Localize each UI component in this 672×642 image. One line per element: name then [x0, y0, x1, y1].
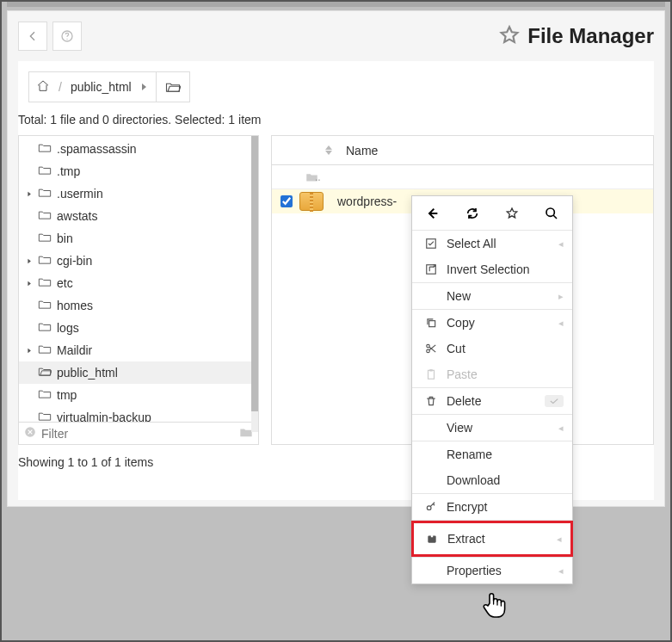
tree-item[interactable]: logs	[19, 317, 258, 339]
row-checkbox[interactable]	[281, 195, 293, 207]
folder-icon	[38, 343, 52, 357]
ctx-extract[interactable]: Extract ◂	[411, 521, 573, 557]
tree-scrollbar[interactable]	[251, 136, 258, 432]
open-folder-button[interactable]	[156, 71, 190, 102]
submenu-arrow-icon: ◂	[558, 423, 564, 434]
tree-item[interactable]: .spamassassin	[19, 138, 258, 160]
submenu-arrow-icon: ◂	[558, 565, 564, 577]
clear-filter-icon[interactable]	[24, 426, 36, 441]
expand-caret-icon[interactable]	[26, 348, 33, 354]
tree-item-label: awstats	[57, 209, 97, 223]
svg-rect-6	[429, 321, 435, 327]
copy-icon	[424, 317, 438, 329]
context-menu: Select All ◂ Invert Selection New ▸ Copy…	[411, 195, 573, 584]
folder-open-icon	[38, 366, 52, 380]
folder-icon	[38, 388, 52, 402]
ctx-paste: Paste	[412, 361, 572, 387]
favorite-star-icon[interactable]	[498, 24, 521, 49]
check-square-icon	[424, 238, 438, 250]
sort-toggle[interactable]	[320, 145, 337, 155]
folder-icon	[38, 187, 52, 201]
tree-item-label: logs	[57, 321, 79, 335]
home-icon[interactable]	[36, 79, 50, 96]
clipboard-icon	[424, 368, 438, 380]
tree-item[interactable]: public_html	[19, 361, 258, 384]
ctx-select-all[interactable]: Select All ◂	[412, 231, 572, 256]
archive-icon	[299, 192, 324, 211]
submenu-arrow-icon: ◂	[558, 238, 564, 250]
trash-icon	[424, 395, 438, 407]
ctx-view[interactable]: View ◂	[412, 415, 572, 441]
svg-rect-9	[428, 370, 435, 379]
tree-item-label: .tmp	[57, 164, 80, 178]
chevron-right-icon	[140, 80, 149, 94]
parent-folder-row[interactable]: ..	[272, 165, 653, 189]
folder-icon	[38, 276, 52, 290]
tree-item-label: virtualmin-backup	[57, 411, 151, 422]
tree-item[interactable]: homes	[19, 294, 258, 317]
ctx-properties[interactable]: Properties ◂	[412, 558, 572, 583]
invert-icon	[424, 263, 438, 275]
folder-icon	[38, 299, 52, 312]
key-icon	[424, 501, 438, 513]
tree-item[interactable]: Maildir	[19, 339, 258, 361]
folder-icon	[38, 321, 52, 335]
svg-point-11	[427, 506, 431, 510]
ctx-delete[interactable]: Delete	[412, 388, 572, 414]
tree-item[interactable]: etc	[19, 272, 258, 294]
breadcrumb: / public_html	[18, 71, 654, 102]
pointer-cursor-icon	[482, 589, 508, 618]
ctx-download[interactable]: Download	[412, 467, 572, 493]
tree-item[interactable]: virtualmin-backup	[19, 406, 258, 422]
expand-caret-icon[interactable]	[26, 258, 33, 264]
tree-item[interactable]: .tmp	[19, 160, 258, 182]
ctx-cut[interactable]: Cut	[412, 336, 572, 361]
folder-icon	[38, 164, 52, 178]
page-title: File Manager	[527, 24, 654, 48]
file-name: wordpress-	[329, 194, 397, 208]
ctx-encrypt[interactable]: Encrypt	[412, 494, 572, 520]
filter-input[interactable]	[41, 427, 234, 441]
ctx-invert-selection[interactable]: Invert Selection	[412, 256, 572, 282]
folder-icon	[38, 254, 52, 268]
ctx-search-button[interactable]	[543, 207, 560, 220]
tree-item[interactable]: cgi-bin	[19, 250, 258, 272]
column-header-name[interactable]: Name	[337, 144, 378, 157]
breadcrumb-bar[interactable]: / public_html	[28, 71, 157, 102]
breadcrumb-item[interactable]: public_html	[71, 80, 132, 94]
ctx-rename[interactable]: Rename	[412, 441, 572, 467]
folder-icon	[38, 209, 52, 223]
folder-icon	[38, 231, 52, 245]
submenu-arrow-icon: ◂	[557, 534, 562, 545]
tree-item-label: cgi-bin	[57, 254, 92, 268]
svg-point-7	[427, 344, 430, 348]
tree-item-label: .spamassassin	[57, 142, 137, 156]
folder-icon	[38, 411, 52, 422]
extract-icon	[425, 533, 439, 545]
tree-item[interactable]: .usermin	[19, 182, 258, 205]
ctx-copy[interactable]: Copy ◂	[412, 310, 572, 336]
tree-item[interactable]: tmp	[19, 384, 258, 406]
ctx-refresh-button[interactable]	[464, 207, 481, 220]
folder-tree: .spamassassin.tmp.userminawstatsbincgi-b…	[18, 135, 259, 445]
tree-item-label: homes	[57, 299, 93, 312]
tree-item[interactable]: bin	[19, 227, 258, 250]
expand-caret-icon[interactable]	[26, 281, 33, 287]
help-button[interactable]	[52, 22, 82, 51]
ctx-new[interactable]: New ▸	[412, 283, 572, 309]
tree-item-label: bin	[57, 231, 73, 245]
svg-point-8	[427, 349, 430, 353]
svg-point-3	[546, 208, 554, 216]
expand-caret-icon[interactable]	[26, 191, 33, 197]
arrow-left-icon	[26, 29, 40, 43]
ctx-back-button[interactable]	[424, 207, 441, 220]
svg-point-1	[66, 39, 67, 40]
submenu-arrow-icon: ◂	[558, 318, 564, 329]
tree-item-label: .usermin	[57, 187, 103, 201]
tree-item[interactable]: awstats	[19, 205, 258, 227]
ctx-favorite-button[interactable]	[503, 207, 521, 220]
back-button[interactable]	[18, 22, 47, 51]
tree-item-label: tmp	[57, 388, 77, 402]
tree-item-label: etc	[57, 276, 73, 290]
scissors-icon	[424, 343, 438, 355]
